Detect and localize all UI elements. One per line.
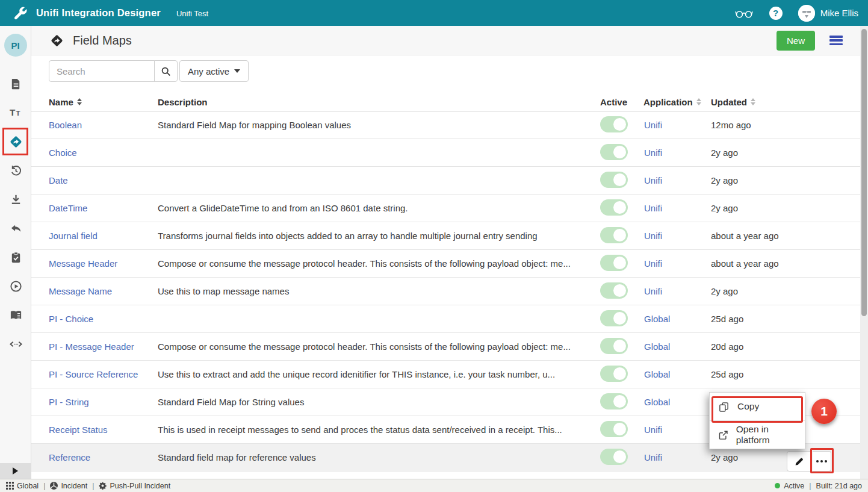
active-toggle[interactable] [600,393,628,409]
fieldmap-name-link[interactable]: Choice [49,148,77,158]
grid-icon [6,482,14,490]
table-row[interactable]: Choice Unifi 2y ago [31,139,860,167]
context-menu: Copy Open in platform [709,392,805,449]
fieldmap-name-link[interactable]: Journal field [49,231,98,241]
table-row[interactable]: PI - Source Reference Use this to extrac… [31,361,860,388]
help-icon[interactable]: ? [769,7,783,20]
sidebar-item-code[interactable] [0,329,31,358]
fieldmap-name-link[interactable]: Message Header [49,258,117,269]
fieldmap-name-link[interactable]: PI - Message Header [49,341,134,352]
updated-value: 2y ago [711,148,860,158]
active-toggle[interactable] [600,449,628,465]
column-header-name[interactable]: Name [49,97,158,107]
search-button[interactable] [154,60,178,82]
sidebar-item-documents[interactable] [0,69,31,98]
application-link[interactable]: Global [644,341,670,352]
pencil-icon [794,456,804,467]
page-header: Field Maps New [31,26,868,55]
active-toggle[interactable] [600,255,628,271]
column-header-application[interactable]: Application [643,97,711,107]
table-row[interactable]: Boolean Standard Field Map for mapping B… [31,111,860,139]
active-toggle[interactable] [600,199,628,216]
column-header-active: Active [600,97,643,107]
active-toggle[interactable] [600,338,628,354]
sidebar-item-tasks[interactable] [0,243,31,272]
user-avatar[interactable] [798,5,815,22]
column-header-updated[interactable]: Updated [711,97,860,107]
sidebar-item-reply[interactable] [0,214,31,243]
updated-value: 25d ago [711,314,860,324]
fieldmap-description: Use this to map message names [158,286,600,296]
active-toggle[interactable] [600,227,628,243]
status-scope[interactable]: Global [6,482,39,490]
active-toggle[interactable] [600,282,628,299]
fieldmap-name-link[interactable]: DateTime [49,203,87,213]
search-icon [161,66,171,76]
username[interactable]: Mike Ellis [820,8,858,18]
svg-text:T: T [16,110,20,117]
context-menu-open-in-platform[interactable]: Open in platform [710,421,805,449]
application-link[interactable]: Unifi [644,175,662,185]
table-header: Name Description Active Application Upda… [31,93,860,111]
process-icon [50,482,58,490]
fieldmap-name-link[interactable]: Reference [49,452,90,462]
workspace-avatar[interactable]: PI [4,34,27,57]
application-link[interactable]: Global [644,397,670,407]
fieldmap-name-link[interactable]: PI - Source Reference [49,369,138,379]
table-row[interactable]: PI - Choice Global 25d ago [31,305,860,333]
updated-value: 2y ago [711,203,860,213]
sidebar-item-text[interactable]: T T [0,98,31,127]
context-menu-copy[interactable]: Copy [710,393,805,420]
sidebar-item-import[interactable] [0,185,31,214]
sidebar-item-field-maps[interactable] [0,127,31,156]
search-input[interactable] [49,60,155,82]
application-link[interactable]: Unifi [644,452,662,462]
active-filter-dropdown[interactable]: Any active [179,60,249,82]
sidebar-item-docs[interactable] [0,300,31,329]
fieldmap-name-link[interactable]: Boolean [49,120,82,130]
edit-button[interactable] [787,451,811,472]
active-toggle[interactable] [600,116,628,132]
sidebar-item-history[interactable] [0,156,31,185]
fieldmap-description: Transforms journal fields into objects a… [158,231,600,241]
glasses-icon[interactable] [734,6,769,20]
fieldmap-name-link[interactable]: PI - Choice [49,314,93,324]
active-toggle[interactable] [600,172,628,188]
sidebar-item-run[interactable] [0,272,31,300]
active-toggle[interactable] [600,144,628,160]
table-row[interactable]: DateTime Convert a GlideDateTime to and … [31,195,860,222]
table-row[interactable]: Message Header Compose or consume the me… [31,250,860,278]
vertical-scrollbar [860,26,868,479]
column-header-description: Description [158,97,600,107]
application-link[interactable]: Global [644,369,670,379]
active-toggle[interactable] [600,421,628,437]
application-link[interactable]: Unifi [644,258,662,269]
field-maps-icon [50,34,64,48]
application-link[interactable]: Unifi [644,231,662,241]
code-icon [9,337,23,351]
status-process[interactable]: Incident [50,482,87,490]
application-link[interactable]: Unifi [644,203,662,213]
table-row[interactable]: Message Name Use this to map message nam… [31,278,860,305]
application-link[interactable]: Unifi [644,120,662,130]
application-link[interactable]: Unifi [644,286,662,296]
table-row[interactable]: PI - Message Header Compose or consume t… [31,333,860,361]
scrollbar-thumb[interactable] [861,29,867,316]
active-toggle[interactable] [600,366,628,382]
application-link[interactable]: Global [644,314,670,324]
table-row[interactable]: Journal field Transforms journal fields … [31,222,860,250]
application-link[interactable]: Unifi [644,148,662,158]
application-link[interactable]: Unifi [644,425,662,435]
active-toggle[interactable] [600,310,628,326]
fieldmap-name-link[interactable]: Date [49,175,68,185]
fieldmap-name-link[interactable]: Receipt Status [49,425,108,435]
status-active-label: Active [784,482,804,490]
table-row[interactable]: Date Unifi 2y ago [31,167,860,195]
more-actions-button[interactable] [813,451,831,472]
fieldmap-name-link[interactable]: Message Name [49,286,112,296]
menu-icon[interactable] [829,36,843,45]
fieldmap-name-link[interactable]: PI - String [49,397,89,407]
sidebar-expand-button[interactable] [0,463,31,479]
status-message[interactable]: Push-Pull Incident [99,482,170,490]
new-button[interactable]: New [777,31,815,51]
